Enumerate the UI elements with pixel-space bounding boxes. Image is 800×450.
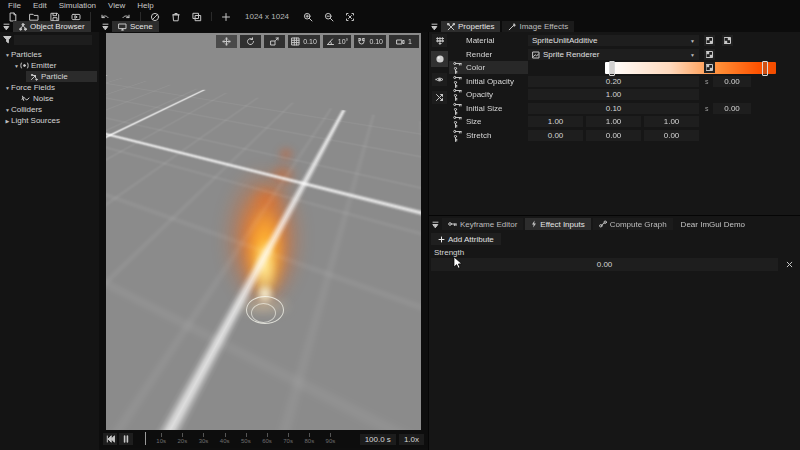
expand-arrow-icon[interactable]: ▼	[4, 107, 11, 113]
timeline-tick: 30s	[199, 438, 209, 444]
keyframe-icon[interactable]	[453, 81, 458, 88]
color-gradient-bar[interactable]	[605, 62, 776, 74]
stretch-z-field[interactable]: 0.00	[644, 130, 699, 141]
expand-arrow-icon[interactable]: ▶	[4, 118, 11, 124]
skip-to-start-button[interactable]	[103, 433, 117, 445]
timeline-tick: 40s	[220, 438, 230, 444]
add-button[interactable]	[216, 11, 236, 23]
tab-scene[interactable]: Scene	[112, 21, 159, 32]
opacity-slider[interactable]: 1.00	[528, 89, 699, 100]
keyframe-icon[interactable]	[453, 94, 458, 101]
camera-select-button[interactable]: 1	[389, 35, 419, 48]
keyframe-icon[interactable]	[453, 102, 462, 107]
keyframe-icon[interactable]	[453, 129, 462, 134]
size-z-field[interactable]: 1.00	[644, 116, 699, 127]
move-snap-button[interactable]: 0.10	[354, 35, 386, 48]
rotate-tool-button[interactable]	[240, 35, 261, 48]
tab-label: Scene	[130, 22, 153, 31]
initial-size-slider[interactable]: 0.10	[528, 103, 699, 114]
duplicate-button[interactable]	[187, 11, 207, 23]
tree-item-particle[interactable]: Particle	[0, 71, 99, 82]
stretch-y-field[interactable]: 0.00	[586, 130, 641, 141]
pause-button[interactable]	[119, 433, 133, 445]
material-dropdown[interactable]: SpriteUnlitAdditive ▼	[528, 35, 699, 46]
current-time[interactable]: 100.0 s	[360, 434, 396, 445]
zoom-in-button[interactable]	[298, 11, 318, 23]
expand-arrow-icon[interactable]: ▼	[4, 85, 11, 91]
remove-attribute-button[interactable]	[783, 258, 796, 271]
keyframe-icon[interactable]	[453, 121, 458, 128]
emitter-module-button[interactable]	[432, 34, 447, 47]
grid-snap-button[interactable]: 0.10	[288, 35, 320, 48]
angle-snap-button[interactable]: 10°	[323, 35, 352, 48]
panel-menu-icon[interactable]	[430, 22, 439, 32]
stretch-x-field[interactable]: 0.00	[528, 130, 583, 141]
initial-size-time-field[interactable]: 0.00	[713, 103, 751, 114]
viewport-3d[interactable]: 0.10 10° 0.10 1	[106, 33, 421, 430]
delete-button[interactable]	[166, 11, 186, 23]
menu-simulation[interactable]: Simulation	[53, 1, 102, 10]
playhead[interactable]	[145, 432, 146, 445]
tree-item-colliders[interactable]: ▼ Colliders	[0, 104, 99, 115]
fit-view-button[interactable]	[340, 11, 360, 23]
tab-image-effects[interactable]: Image Effects	[502, 21, 574, 32]
panel-menu-icon[interactable]	[431, 220, 440, 230]
property-row-size: Size 1.00 1.00 1.00	[451, 115, 799, 128]
add-attribute-button[interactable]: Add Attribute	[431, 233, 501, 245]
tree-item-force-fields[interactable]: ▼ Force Fields	[0, 82, 99, 93]
tab-properties[interactable]: Properties	[441, 21, 500, 32]
keyframe-icon[interactable]	[453, 135, 458, 142]
panel-menu-icon[interactable]	[101, 22, 110, 32]
render-dropdown[interactable]: Sprite Renderer ▼	[528, 49, 699, 60]
tree-item-noise[interactable]: Noise	[0, 93, 99, 104]
tree-item-light-sources[interactable]: ▶ Light Sources	[0, 115, 99, 126]
keyframe-icon[interactable]	[453, 61, 462, 66]
physics-module-button[interactable]	[432, 91, 447, 104]
material-options-button[interactable]	[722, 35, 733, 46]
filter-input[interactable]	[14, 35, 92, 45]
tab-dear-imgui-demo[interactable]: Dear ImGui Demo	[675, 218, 751, 230]
size-y-field[interactable]: 1.00	[586, 116, 641, 127]
keyframe-icon[interactable]	[453, 108, 458, 115]
panel-menu-icon[interactable]	[2, 22, 11, 32]
menu-file[interactable]: File	[2, 1, 27, 10]
playback-speed[interactable]: 1.0x	[399, 434, 424, 445]
gradient-handle[interactable]	[762, 61, 768, 76]
filter-icon	[3, 35, 12, 44]
menu-help[interactable]: Help	[131, 1, 159, 10]
menu-view[interactable]: View	[102, 1, 131, 10]
strength-slider[interactable]: 0.00	[431, 258, 778, 271]
scale-tool-button[interactable]	[264, 35, 285, 48]
keyframe-icon[interactable]	[453, 75, 462, 80]
tab-keyframe-editor[interactable]: Keyframe Editor	[442, 218, 523, 230]
edit-render-button[interactable]	[704, 49, 715, 60]
emitter-icon	[20, 62, 29, 69]
menu-edit[interactable]: Edit	[27, 1, 53, 10]
appearance-module-button[interactable]	[431, 51, 448, 67]
zoom-out-button[interactable]	[319, 11, 339, 23]
edit-gradient-button[interactable]	[704, 62, 715, 73]
graph-icon	[599, 220, 607, 228]
tab-object-browser[interactable]: Object Browser	[13, 21, 91, 32]
gradient-handle[interactable]	[609, 61, 615, 76]
size-x-field[interactable]: 1.00	[528, 116, 583, 127]
edit-material-button[interactable]	[704, 35, 715, 46]
field-value: 1.00	[664, 117, 680, 126]
tab-compute-graph[interactable]: Compute Graph	[593, 218, 673, 230]
tab-effect-inputs[interactable]: Effect Inputs	[525, 218, 590, 230]
properties-tabbar: Properties Image Effects	[430, 21, 574, 32]
timeline-track[interactable]: 10s 20s 30s 40s 50s 60s 70s 80s 90s	[140, 432, 352, 446]
initial-opacity-slider[interactable]: 0.20	[528, 76, 699, 87]
expand-arrow-icon[interactable]: ▼	[13, 63, 20, 69]
tree-item-particles[interactable]: ▼ Particles	[0, 49, 99, 60]
keyframe-icon[interactable]	[453, 88, 462, 93]
keyframe-icon[interactable]	[453, 115, 462, 120]
keyframe-icon[interactable]	[453, 67, 458, 74]
move-tool-button[interactable]	[216, 35, 237, 48]
expand-arrow-icon[interactable]: ▼	[4, 52, 11, 58]
initial-opacity-time-field[interactable]: 0.00	[713, 76, 751, 87]
visibility-module-button[interactable]	[432, 73, 447, 86]
property-row-stretch: Stretch 0.00 0.00 0.00	[451, 129, 799, 142]
tree-item-emitter[interactable]: ▼ Emitter	[0, 60, 99, 71]
emitter-gizmo-circle[interactable]	[251, 303, 276, 323]
